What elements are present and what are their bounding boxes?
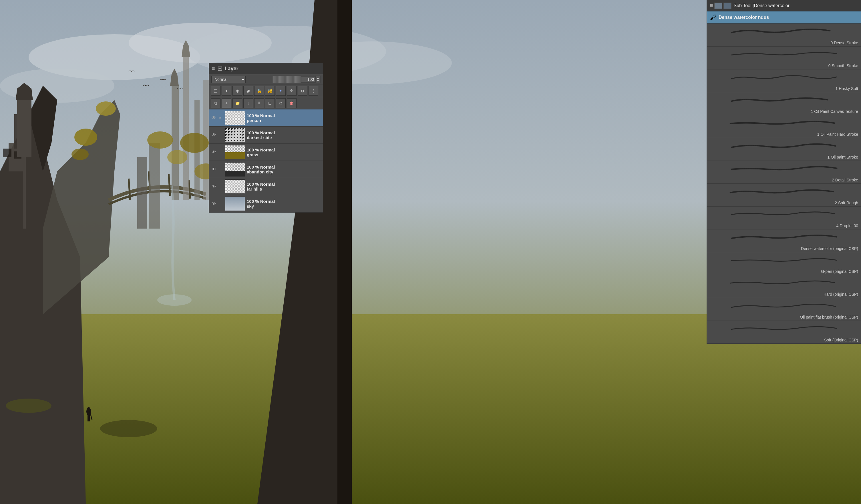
layer-filter-btn[interactable]: ⊘ [298,86,308,96]
delete-layer-btn[interactable]: 🗑 [287,98,297,108]
layer-settings2-btn[interactable]: ⚙ [276,98,286,108]
copy-layer-btn[interactable]: ⧉ [211,98,220,108]
brush-stroke-svg [715,94,853,106]
brush-stroke-svg [715,300,853,311]
layer-eye-icon[interactable]: 👁 [211,150,217,155]
layer-item-sky[interactable]: 👁100 % Normalsky [209,195,323,212]
svg-point-33 [6,398,52,413]
layer-ref-btn[interactable]: ✣ [287,86,297,96]
panel-menu-icon[interactable]: ≡ [212,66,215,72]
brush-item-7[interactable]: 2 Detail Stroke [707,161,861,184]
brush-tool-icon: 🖌 [710,14,716,21]
layer-item-darkest-side[interactable]: 👁100 % Normaldarkest side [209,127,323,144]
new-layer-btn[interactable]: + [222,98,231,108]
opacity-stepper[interactable]: ▲ ▼ [315,76,320,83]
svg-rect-20 [172,86,179,200]
layer-thumbnail [225,111,245,125]
layer-eye-icon[interactable]: 👁 [211,167,217,172]
brush-preview [707,94,861,106]
subtool-icon2 [723,3,732,9]
layer-name-text: sky [247,204,321,209]
brush-name-label: 1 Oil Paint Hard Stroke [817,132,858,137]
brush-stroke-svg [715,209,853,220]
layer-settings-btn[interactable]: ⊕ [232,86,242,96]
layer-pen-icon: ✏ [219,116,223,120]
brush-preview [707,299,861,312]
layer-info: 100 % Normaldarkest side [247,130,321,140]
layer-thumbnail [225,179,245,194]
layer-item-abandon-city[interactable]: 👁100 % Normalabandon city [209,161,323,178]
brush-item-1[interactable]: 0 Dense Stroke [707,24,861,46]
merge-down-btn[interactable]: ↓ [243,98,253,108]
brush-item-10[interactable]: Dense watercolor (original CSP) [707,229,861,252]
svg-point-35 [157,294,192,306]
layer-blend-mode: 100 % Normal [247,182,321,186]
svg-point-15 [71,149,88,160]
brush-name-label: 0 Smooth Stroke [829,64,858,68]
layer-dropdown-btn[interactable]: ▼ [222,86,231,96]
brush-name-label: Dense watercolor (original CSP) [801,246,858,251]
brush-item-12[interactable]: Hard (original CSP) [707,275,861,298]
layer-item-far-hills[interactable]: 👁100 % Normalfar hills [209,178,323,195]
brush-name-label: 0 Dense Stroke [831,41,858,45]
layer-name-text: person [247,118,321,123]
move-down-btn[interactable]: ⇩ [254,98,264,108]
brush-preview [707,116,861,129]
svg-rect-31 [87,413,90,421]
new-folder-btn[interactable]: 📁 [232,98,242,108]
brush-stroke-svg [715,277,853,289]
layer-info: 100 % Normalfar hills [247,182,321,192]
brush-item-5[interactable]: 1 Oil Paint Hard Stroke [707,115,861,138]
layer-item-person[interactable]: 👁✏100 % Normalperson [209,109,323,127]
layer-lock-btn[interactable]: 🔒 [254,86,264,96]
layer-opacity-btn[interactable]: ◉ [243,86,253,96]
layer-visibility-btn[interactable]: □ [211,86,220,96]
subtool-menu-icon[interactable]: ≡ [710,3,713,9]
brush-name-label: Soft (Original CSP) [824,338,858,342]
layer-panel: ≡ ⊞ Layer Normal Multiply Screen Overlay… [209,63,323,213]
brush-item-4[interactable]: 1 Oil Paint Canvas Texture [707,92,861,115]
layer-eye-icon[interactable]: 👁 [211,132,217,138]
layer-lock2-btn[interactable]: 🔐 [265,86,275,96]
layer-eye-icon[interactable]: 👁 [211,115,217,121]
brush-item-9[interactable]: 4 Droplet 00 [707,207,861,229]
brush-name-label: Oil paint flat brush (original CSP) [800,315,858,319]
layer-eye-icon[interactable]: 👁 [211,184,217,189]
brush-item-14[interactable]: Soft (Original CSP) [707,321,861,344]
brush-name-label: 2 Detail Stroke [832,178,858,182]
brush-item-2[interactable]: 0 Smooth Stroke [707,46,861,69]
layer-extra-btn[interactable]: ⋮ [309,86,318,96]
brush-preview [707,162,861,175]
brush-stroke-svg [715,140,853,151]
brush-item-8[interactable]: 2 Soft Rough [707,184,861,207]
layer-blend-mode: 100 % Normal [247,113,321,118]
svg-point-26 [147,131,173,149]
brush-name-label: 1 Oil Paint Canvas Texture [811,109,858,114]
layer-tools-row: □ ▼ ⊕ ◉ 🔒 🔐 ✦ ✣ ⊘ ⋮ [209,85,323,97]
svg-point-34 [100,420,157,437]
brush-item-11[interactable]: G-pen (original CSP) [707,252,861,275]
blend-mode-select[interactable]: Normal Multiply Screen Overlay [211,76,246,83]
layer-mask-btn[interactable]: ✦ [276,86,286,96]
svg-point-28 [180,133,209,153]
layer-actions-row: ⧉ + 📁 ↓ ⇩ ⊡ ⚙ 🗑 [209,97,323,109]
subtool-header-icons: ≡ [710,3,732,9]
svg-point-13 [74,129,97,146]
layer-blend-mode: 100 % Normal [247,130,321,135]
brush-name-label: 1 Husky Soft [836,86,858,91]
layer-eye-icon[interactable]: 👁 [211,201,217,206]
layer-list: 👁✏100 % Normalperson👁100 % Normaldarkest… [209,109,323,212]
selected-brush-item[interactable]: 🖌 Dense watercolor ndus [707,11,861,24]
brush-item-13[interactable]: Oil paint flat brush (original CSP) [707,298,861,321]
layer-item-grass[interactable]: 👁100 % Normalgrass [209,144,323,161]
brush-item-6[interactable]: 1 Oil paint Stroke [707,138,861,161]
opacity-value[interactable]: 100 [301,76,315,83]
svg-rect-9 [0,171,23,286]
layer-blend-mode: 100 % Normal [247,165,321,169]
combine-btn[interactable]: ⊡ [265,98,275,108]
brush-item-3[interactable]: 1 Husky Soft [707,69,861,92]
subtool-panel-header: ≡ Sub Tool [Dense watercolor [707,0,861,11]
layer-panel-title: Layer [225,66,238,72]
brush-name-label: 2 Soft Rough [835,200,858,205]
brush-preview [707,71,861,83]
